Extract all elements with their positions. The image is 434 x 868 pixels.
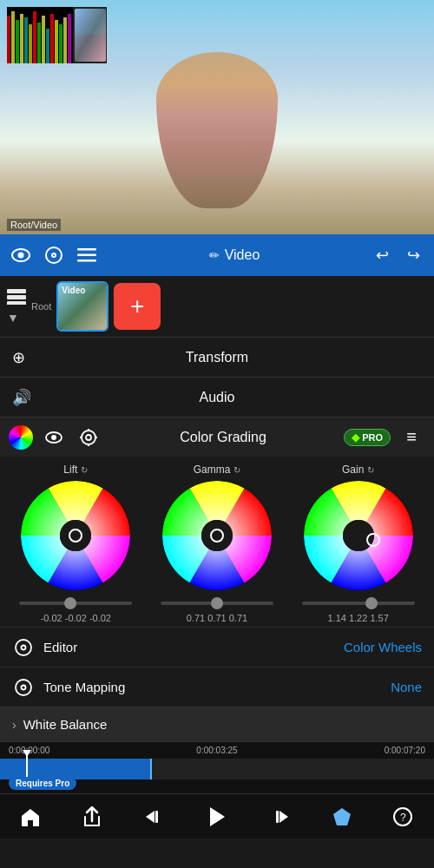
svg-point-22 [52,253,56,257]
cg-menu-icon[interactable]: ≡ [398,424,425,451]
svg-point-32 [86,435,91,440]
svg-rect-0 [7,16,10,63]
lift-wheel[interactable] [19,479,132,592]
white-balance-row[interactable]: › White Balance [0,707,434,741]
add-clip-button[interactable]: + [114,283,161,330]
person-figure [156,52,278,208]
video-clip-label: Video [62,286,85,295]
eye-icon[interactable] [7,241,35,269]
transform-label: Transform [186,350,248,365]
timeline-strip: ▼ Root Video + [0,276,434,337]
gain-reset-icon[interactable]: ↻ [367,465,374,475]
gain-slider[interactable] [302,597,415,609]
svg-rect-12 [59,24,62,63]
audio-label: Audio [200,390,235,405]
gamma-reset-icon[interactable]: ↻ [233,465,240,475]
lift-slider[interactable] [19,597,132,609]
pencil-icon: ✏ [209,248,220,262]
svg-rect-1 [11,11,15,63]
svg-rect-26 [7,289,26,293]
video-preview: Root/Video [0,0,434,234]
redo-icon[interactable]: ↪ [399,241,427,269]
svg-rect-28 [7,301,26,305]
svg-rect-14 [68,14,71,63]
help-button[interactable]: ? [385,799,420,834]
tone-mapping-row[interactable]: Tone Mapping None [0,667,434,707]
svg-rect-3 [20,14,23,63]
transform-row[interactable]: ⊕ Transform [0,337,434,377]
svg-rect-25 [77,260,96,262]
svg-marker-62 [279,811,288,823]
cg-settings-icon[interactable] [75,424,102,451]
gem-button[interactable] [325,799,359,834]
wb-label: White Balance [23,717,108,732]
share-button[interactable] [75,799,109,834]
svg-point-58 [22,685,26,689]
tc-end: 0:00:07:20 [385,746,425,755]
home-button[interactable] [13,799,48,834]
svg-rect-18 [75,9,106,35]
editor-row[interactable]: Editor Color Wheels [0,627,434,667]
undo-icon[interactable]: ↩ [368,241,396,269]
top-toolbar: ✏ Video ↩ ↪ [0,234,434,276]
gain-wheel[interactable] [302,479,415,592]
svg-rect-63 [276,811,279,823]
svg-rect-27 [7,295,26,299]
svg-rect-60 [155,811,158,823]
audio-icon: 🔊 [12,388,31,407]
svg-text:?: ? [400,812,406,824]
svg-point-57 [16,680,31,695]
timeline-bar: 0:00:00:00 0:00:03:25 0:00:07:20 Require… [0,741,434,793]
svg-rect-10 [50,14,54,63]
svg-point-55 [16,640,31,655]
menu-icon[interactable] [73,241,101,269]
svg-rect-9 [46,29,49,63]
gain-slider-thumb[interactable] [365,597,378,609]
gem-icon: ◆ [352,431,359,444]
root-container: Root [31,301,51,312]
gamma-slider[interactable] [161,597,273,609]
video-clip-item[interactable]: Video [56,281,108,332]
lift-reset-icon[interactable]: ↻ [81,465,88,475]
pro-label: PRO [362,432,383,443]
gamma-label: Gamma ↻ [194,464,241,476]
audio-row[interactable]: 🔊 Audio [0,377,434,417]
svg-rect-23 [77,248,96,251]
expand-icon[interactable]: ▼ [7,311,26,325]
circle-tool-icon[interactable] [40,241,68,269]
wb-expand-arrow[interactable]: › [12,718,16,732]
toolbar-right-actions: ↩ ↪ [368,241,427,269]
histogram-waveform [7,7,71,63]
editor-label: Editor [43,640,344,654]
svg-point-30 [51,435,56,440]
gamma-slider-thumb[interactable] [211,597,223,609]
gamma-wheel[interactable] [161,479,273,592]
wb-left: › White Balance [12,717,107,732]
next-frame-button[interactable] [263,799,298,834]
lift-slider-thumb[interactable] [64,597,76,609]
video-path-label: Root/Video [7,219,61,231]
lift-wheel-container: Lift ↻ [10,464,141,623]
gain-wheel-container: Gain ↻ [293,464,424,623]
prev-frame-button[interactable] [136,799,171,834]
gain-label: Gain ↻ [342,464,374,476]
tone-mapping-label: Tone Mapping [43,680,391,694]
svg-marker-61 [210,807,225,826]
gain-slider-track [302,602,415,605]
svg-rect-8 [42,16,45,63]
timecodes: 0:00:00:00 0:00:03:25 0:00:07:20 [0,742,434,755]
cg-eye-icon[interactable] [40,424,68,451]
layers-icon[interactable] [7,289,26,309]
svg-rect-13 [63,17,67,63]
svg-rect-6 [33,11,36,63]
gain-values: 1.14 1.22 1.57 [327,613,388,623]
histogram-overlay [7,7,107,63]
play-button[interactable] [198,798,236,836]
color-orb-icon[interactable] [9,425,33,450]
timeline-nav: ▼ [7,289,26,325]
transform-icon: ⊕ [12,348,25,367]
pro-badge: ◆ PRO [344,429,391,446]
svg-marker-59 [146,811,155,823]
color-grading-title: Color Grading [109,430,337,445]
svg-marker-64 [333,808,351,825]
